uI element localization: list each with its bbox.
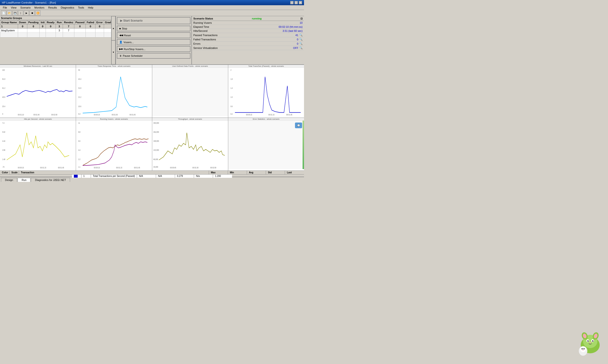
hits-label: Hits/Second — [193, 29, 283, 32]
scenario-table-section: Scenario Groups Group Name Down Pending … — [0, 16, 111, 64]
toolbar-save[interactable]: 💾 — [12, 11, 18, 16]
scroll-up[interactable]: ▲ — [111, 16, 116, 40]
menu-tools[interactable]: Tools — [76, 6, 86, 10]
svg-text:1.48: 1.48 — [2, 158, 5, 160]
chart-trans-inner: 53 42.4 31.8 21.2 10.6 5.3 00:00:15 00:0… — [76, 68, 152, 116]
chart-total-svg: 2 1.8 1.4 1.0 0.6 0.2 00:00:15 00:01:15 … — [228, 68, 304, 116]
count-group: 1 — [0, 25, 18, 28]
chart-hits: Hits per Second - whole scenario 7.4 5.9… — [0, 118, 76, 170]
svg-text:2.2: 2.2 — [78, 158, 80, 160]
scenario-table: Group Name Down Pending Init Ready Run R… — [0, 20, 111, 37]
col-pending: Pending — [27, 20, 39, 25]
table-row[interactable]: blogSystem 3 7 — [0, 28, 111, 33]
legend-col-min: Min — [228, 171, 247, 174]
legend-max-cell: N/A — [137, 175, 156, 178]
tab-diagnostics[interactable]: Diagnostics for J2EE/.NET — [31, 178, 70, 182]
passed-magnify-icon[interactable]: 🔍 — [299, 33, 303, 37]
chart-vusers-inner: 11 8.8 6.6 4.4 2.2 1.1 00:00:15 00:01:15… — [76, 121, 152, 169]
count-rendez: 7 — [63, 25, 74, 28]
chart-user-inner — [152, 68, 228, 116]
toolbar-btn3[interactable]: ⏩ — [35, 11, 40, 16]
menu-diagnostics[interactable]: Diagnostics — [59, 6, 76, 10]
stop-button[interactable]: ■ Stop — [117, 26, 191, 31]
status-maximize-icon[interactable]: ⊡ — [300, 17, 303, 20]
minimize-button[interactable]: ─ — [290, 1, 294, 4]
toolbar-open[interactable]: 📂 — [7, 11, 12, 16]
toolbar-btn1[interactable]: ▶ — [24, 11, 29, 16]
svg-text:00:02:00: 00:02:00 — [210, 167, 216, 169]
maximize-button[interactable]: □ — [295, 1, 298, 4]
svg-text:5.92: 5.92 — [2, 131, 5, 133]
failed-magnify-icon[interactable]: 🔍 — [299, 38, 303, 41]
pause-scheduler-button[interactable]: ⏸ Pause Scheduler — [117, 53, 191, 59]
control-panel: ▶ Start Scenario ■ Stop ◀◀ Reset 👤 Vuser… — [116, 16, 191, 64]
svg-text:2: 2 — [230, 69, 231, 71]
row-init — [40, 28, 46, 33]
elapsed-label: Elapsed Time — [193, 26, 279, 28]
run-stop-label: Run/Stop Vusers... — [124, 48, 146, 51]
stop-label: Stop — [122, 27, 127, 30]
menu-view[interactable]: View — [9, 6, 19, 10]
reset-label: Reset — [124, 34, 131, 37]
menu-help[interactable]: Help — [86, 6, 95, 10]
svg-text:4.44: 4.44 — [2, 140, 5, 142]
elapsed-value: 00:02:10 (hh:mm:ss) — [279, 26, 303, 28]
tab-run[interactable]: Run — [18, 178, 30, 182]
virtualization-magnify-icon[interactable]: 🔍 — [299, 46, 303, 49]
svg-text:00:01:15: 00:01:15 — [40, 167, 46, 169]
svg-text:00:00:15: 00:00:15 — [94, 114, 100, 116]
legend-col-max: Max — [209, 171, 228, 174]
count-init: 0 — [40, 25, 46, 28]
svg-text:00:01:45: 00:01:45 — [58, 167, 64, 169]
count-run: 3 — [56, 25, 63, 28]
vusers-button[interactable]: 👤 Vusers... — [117, 39, 191, 45]
svg-text:132,000: 132,000 — [153, 149, 159, 152]
chart-throughput: Throughput - whole scenario 330,000 264,… — [152, 118, 228, 170]
scroll-down[interactable]: ▼ — [111, 40, 116, 65]
start-scenario-button[interactable]: ▶ Start Scenario — [117, 17, 191, 24]
legend-std-cell: N/a — [194, 175, 213, 178]
tab-design[interactable]: Design — [1, 178, 17, 182]
count-error: 0 — [95, 25, 104, 28]
status-row-vusers: Running Vusers 10 — [192, 21, 304, 25]
svg-text:4.4: 4.4 — [78, 149, 81, 152]
toolbar: 📄 📂 💾 | ▶ ⏹ ⏩ — [0, 10, 304, 16]
row-rendez: 7 — [63, 28, 74, 33]
status-row-failed: Failed Transactions 0 🔍 — [192, 37, 304, 41]
svg-text:00:01:10: 00:01:10 — [18, 114, 24, 116]
chart-throughput-title: Throughput - whole scenario — [152, 118, 228, 121]
svg-text:42.4: 42.4 — [78, 78, 81, 80]
menu-scenario[interactable]: Scenario — [18, 6, 32, 10]
svg-text:264,000: 264,000 — [153, 131, 159, 133]
status-title: Scenario Status running ⊡ — [192, 17, 304, 21]
svg-text:2.96: 2.96 — [2, 149, 5, 152]
errors-magnify-icon[interactable]: 🔍 — [299, 42, 303, 45]
charts-bottom-row: Hits per Second - whole scenario 7.4 5.9… — [0, 118, 304, 170]
status-title-label: Scenario Status — [193, 17, 213, 20]
col-down: Down — [18, 20, 27, 25]
svg-text:330,000: 330,000 — [153, 122, 159, 124]
chart-hits-svg: 7.4 5.92 4.44 2.96 1.48 .74 00:00:15 00:… — [0, 121, 76, 169]
chart-vusers-title: Running Vusers - whole scenario — [76, 118, 152, 121]
reset-button[interactable]: ◀◀ Reset — [117, 32, 191, 38]
svg-text:102: 102 — [2, 69, 5, 71]
svg-text:5.3: 5.3 — [78, 113, 81, 115]
close-button[interactable]: ✕ — [299, 1, 302, 4]
toolbar-new[interactable]: 📄 — [1, 11, 6, 16]
run-stop-vusers-button[interactable]: ▶■ Run/Stop Vusers... — [117, 46, 191, 52]
menu-file[interactable]: File — [1, 6, 9, 10]
svg-text:00:01:45: 00:01:45 — [130, 114, 136, 116]
chart-trans-title: Trans Response Time - whole scenario — [76, 65, 152, 68]
menu-results[interactable]: Results — [46, 6, 59, 10]
count-pending: 0 — [27, 25, 39, 28]
col-run: Run — [56, 20, 63, 25]
count-row: 1 0 0 0 0 3 7 0 0 0 0 0 0 — [0, 25, 111, 28]
chart-total-inner: 2 1.8 1.4 1.0 0.6 0.2 00:00:15 00:01:15 … — [228, 68, 304, 116]
count-passed: 0 — [74, 25, 86, 28]
svg-text:7.4: 7.4 — [2, 122, 4, 124]
menu-monitors[interactable]: Monitors — [33, 6, 46, 10]
legend-data-row: 1 Total Transactions per Second (Passed)… — [72, 175, 232, 178]
toolbar-btn2[interactable]: ⏹ — [29, 11, 35, 16]
titlebar-title: HP LoadRunner Controller - Scenario1 – [… — [2, 1, 56, 4]
legend-col-transaction: Transaction — [19, 171, 209, 174]
